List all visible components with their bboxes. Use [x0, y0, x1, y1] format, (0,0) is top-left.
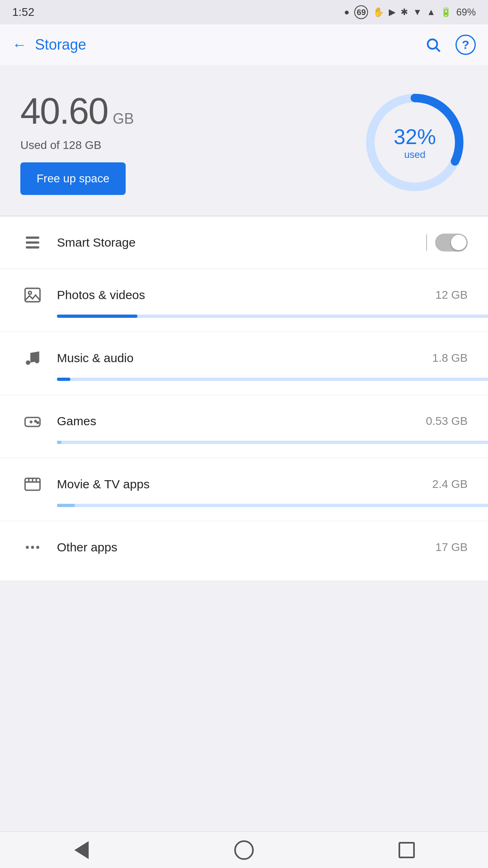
games-info: Games 0.53 GB — [57, 414, 468, 428]
photos-videos-size: 12 GB — [436, 289, 468, 302]
signal-icon: ▲ — [427, 7, 436, 17]
storage-overview: 40.60 GB Used of 128 GB Free up space 32… — [0, 65, 488, 216]
storage-number: 40.60 — [20, 90, 108, 132]
games-progress — [57, 441, 488, 444]
svg-point-14 — [35, 420, 37, 422]
nav-back-button[interactable] — [67, 836, 96, 864]
svg-rect-6 — [26, 246, 39, 249]
svg-point-21 — [26, 546, 29, 549]
storage-unit: GB — [113, 110, 134, 127]
other-apps-item[interactable]: Other apps 17 GB — [0, 521, 488, 581]
notification-dot-icon: ● — [344, 7, 349, 17]
svg-point-10 — [35, 359, 39, 363]
other-apps-size: 17 GB — [436, 541, 468, 554]
games-progress-fill — [57, 441, 61, 444]
games-header: Games 0.53 GB — [20, 409, 468, 433]
help-button[interactable]: ? — [455, 35, 476, 55]
search-button[interactable] — [423, 35, 443, 55]
status-icons: ● 69 ✋ ▶ ✱ ▼ ▲ 🔋 69% — [344, 5, 476, 19]
donut-chart: 32% used — [362, 90, 468, 195]
badge-icon: 69 — [354, 5, 368, 19]
battery-icon: 🔋 — [440, 7, 451, 17]
smart-storage-toggle-area — [426, 234, 468, 251]
svg-point-0 — [428, 39, 437, 49]
photos-videos-progress — [57, 315, 488, 318]
svg-point-22 — [31, 546, 34, 549]
smart-storage-item[interactable]: Smart Storage — [0, 216, 488, 269]
svg-point-8 — [28, 291, 31, 294]
other-apps-info: Other apps 17 GB — [57, 540, 468, 554]
storage-amount: 40.60 GB — [20, 90, 134, 132]
wifi-icon: ▼ — [413, 7, 422, 17]
donut-percent: 32% — [394, 125, 436, 149]
music-audio-item[interactable]: Music & audio 1.8 GB — [0, 332, 488, 395]
toggle-knob — [451, 235, 466, 250]
svg-rect-4 — [26, 236, 39, 239]
smart-storage-header: Smart Storage — [20, 230, 468, 255]
music-audio-info: Music & audio 1.8 GB — [57, 351, 468, 365]
music-audio-header: Music & audio 1.8 GB — [20, 346, 468, 370]
games-label: Games — [57, 414, 96, 428]
smart-storage-toggle[interactable] — [435, 234, 468, 251]
app-bar-right: ? — [423, 35, 476, 55]
back-button[interactable]: ← — [12, 36, 27, 53]
home-circle-icon — [234, 840, 254, 860]
bottom-spacer — [0, 581, 488, 618]
movie-tv-size: 2.4 GB — [432, 478, 468, 491]
bluetooth-icon: ✱ — [401, 7, 408, 17]
other-apps-label: Other apps — [57, 540, 117, 554]
svg-rect-7 — [25, 289, 40, 302]
other-apps-icon — [20, 535, 45, 560]
movie-tv-header: Movie & TV apps 2.4 GB — [20, 472, 468, 496]
toggle-separator — [426, 234, 427, 251]
storage-info: 40.60 GB Used of 128 GB Free up space — [20, 90, 134, 195]
games-item[interactable]: Games 0.53 GB — [0, 395, 488, 458]
cast-icon: ▶ — [389, 7, 396, 17]
games-size: 0.53 GB — [426, 415, 468, 428]
recents-square-icon — [399, 842, 415, 858]
music-audio-label: Music & audio — [57, 351, 133, 365]
music-audio-size: 1.8 GB — [432, 352, 468, 365]
movie-tv-item[interactable]: Movie & TV apps 2.4 GB — [0, 458, 488, 521]
status-time: 1:52 — [12, 6, 35, 19]
photo-icon — [20, 283, 45, 307]
svg-point-9 — [26, 361, 30, 365]
bottom-nav — [0, 831, 488, 868]
other-apps-header: Other apps 17 GB — [20, 535, 468, 560]
hand-icon: ✋ — [373, 7, 384, 17]
app-bar: ← Storage ? — [0, 24, 488, 65]
status-bar: 1:52 ● 69 ✋ ▶ ✱ ▼ ▲ 🔋 69% — [0, 0, 488, 24]
storage-used-label: Used of 128 GB — [20, 139, 134, 152]
donut-used-label: used — [394, 149, 436, 160]
movie-tv-progress — [57, 504, 488, 507]
nav-recents-button[interactable] — [392, 836, 421, 864]
free-up-space-button[interactable]: Free up space — [20, 162, 126, 195]
movie-icon — [20, 472, 45, 496]
photos-videos-label: Photos & videos — [57, 288, 145, 302]
photos-videos-item[interactable]: Photos & videos 12 GB — [0, 269, 488, 332]
nav-home-button[interactable] — [230, 836, 258, 864]
back-triangle-icon — [74, 841, 89, 859]
svg-rect-5 — [26, 241, 39, 244]
donut-center: 32% used — [394, 125, 436, 160]
photos-videos-progress-fill — [57, 315, 137, 318]
svg-line-1 — [436, 48, 440, 52]
battery-percent: 69% — [456, 7, 476, 18]
page-title: Storage — [35, 36, 86, 53]
svg-point-15 — [37, 422, 39, 424]
photos-videos-header: Photos & videos 12 GB — [20, 283, 468, 307]
list-icon — [20, 230, 45, 255]
movie-tv-label: Movie & TV apps — [57, 477, 150, 491]
storage-items-list: Smart Storage Photos & videos — [0, 216, 488, 581]
games-icon — [20, 409, 45, 433]
movie-tv-info: Movie & TV apps 2.4 GB — [57, 477, 468, 491]
app-bar-left: ← Storage — [12, 36, 86, 53]
movie-tv-progress-fill — [57, 504, 75, 507]
svg-point-23 — [36, 546, 39, 549]
music-icon — [20, 346, 45, 370]
smart-storage-label: Smart Storage — [57, 236, 135, 249]
photos-videos-info: Photos & videos 12 GB — [57, 288, 468, 302]
music-audio-progress-fill — [57, 378, 70, 381]
music-audio-progress — [57, 378, 488, 381]
